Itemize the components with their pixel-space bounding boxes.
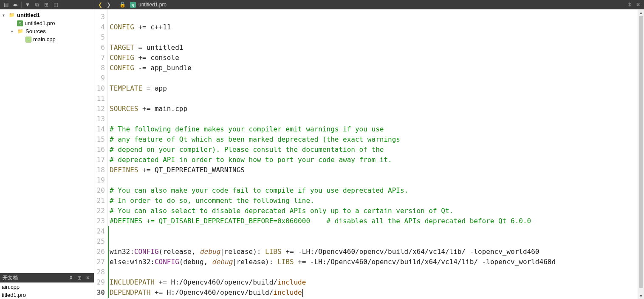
code-line[interactable]: # In order to do so, uncomment the follo… — [110, 196, 638, 206]
line-number: 7 — [94, 53, 105, 63]
line-number: 21 — [94, 196, 105, 206]
project-selector-icon[interactable]: ▤ — [3, 1, 9, 8]
lock-icon[interactable]: 🔓 — [119, 1, 126, 8]
code-line[interactable] — [110, 226, 638, 236]
code-line[interactable] — [110, 175, 638, 185]
line-number: 19 — [94, 175, 105, 185]
line-number: 22 — [94, 206, 105, 216]
editor-tab[interactable]: Q untitled1.pro — [127, 0, 169, 9]
line-number: 11 — [94, 94, 105, 104]
split-icon[interactable]: ◫ — [52, 1, 59, 8]
code-line[interactable]: # deprecated API in order to know how to… — [110, 155, 638, 165]
expand-icon[interactable]: ▾ — [3, 13, 7, 17]
toolbar: ▤ ◂▸ ▼ ⧉ ⊞ ◫ ❮ ❯ 🔓 Q untitled1.pro ⇕ ✕ — [0, 0, 644, 9]
line-number: 12 — [94, 104, 105, 114]
open-doc-item[interactable]: ain.cpp — [0, 283, 94, 291]
code-line[interactable]: # The following define makes your compil… — [110, 124, 638, 134]
line-number: 6 — [94, 43, 105, 53]
updown-icon[interactable]: ◂▸ — [12, 1, 19, 8]
line-number: 23 — [94, 216, 105, 226]
line-number: 4 — [94, 22, 105, 32]
tab-updown-icon[interactable]: ⇕ — [626, 1, 633, 8]
line-number: 5 — [94, 32, 105, 43]
code-line[interactable]: CONFIG -= app_bundle — [110, 63, 638, 73]
text-cursor — [302, 289, 303, 297]
folder-icon: 📁 — [8, 12, 15, 18]
add-icon[interactable]: ⊞ — [43, 1, 50, 8]
line-number: 30 — [94, 288, 105, 298]
code-line[interactable]: # any feature of Qt which as been marked… — [110, 134, 638, 145]
code-content[interactable]: CONFIG += c++11TARGET = untitled1CONFIG … — [108, 9, 638, 299]
sidebar: ▾ 📁 untitled1 Q untitled1.pro ▾ 📁 Source… — [0, 9, 94, 299]
qmake-file-icon: Q — [17, 20, 23, 26]
code-line[interactable]: DEPENDPATH += H:/Opencv460/opencv/build/… — [110, 288, 638, 298]
line-number: 14 — [94, 124, 105, 134]
code-editor[interactable]: 3456789101112131415161718192021222324252… — [94, 9, 644, 299]
code-line[interactable]: win32:CONFIG(release, debug|release): LI… — [110, 247, 638, 257]
open-doc-item[interactable]: titled1.pro — [0, 291, 94, 299]
close-tab-icon[interactable]: ✕ — [635, 1, 641, 8]
code-line[interactable] — [110, 114, 638, 124]
code-line[interactable]: TEMPLATE = app — [110, 83, 638, 94]
project-tree[interactable]: ▾ 📁 untitled1 Q untitled1.pro ▾ 📁 Source… — [0, 9, 94, 273]
code-line[interactable]: TARGET = untitled1 — [110, 43, 638, 53]
project-toolbar: ▤ ◂▸ ▼ ⧉ ⊞ ◫ — [0, 0, 94, 9]
code-line[interactable] — [110, 267, 638, 277]
code-line[interactable]: # You can also select to disable depreca… — [110, 206, 638, 216]
updown-icon[interactable]: ⇕ — [68, 274, 74, 281]
tree-root-label: untitled1 — [17, 12, 40, 18]
code-line[interactable] — [110, 32, 638, 43]
filter-icon[interactable]: ▼ — [24, 1, 31, 8]
vertical-scrollbar[interactable]: ▲ ▼ — [638, 9, 644, 299]
add-icon[interactable]: ⊞ — [76, 274, 83, 281]
code-line[interactable] — [110, 236, 638, 247]
code-line[interactable] — [110, 94, 638, 104]
code-line[interactable]: DEFINES += QT_DEPRECATED_WARNINGS — [110, 165, 638, 175]
code-line[interactable]: SOURCES += main.cpp — [110, 104, 638, 114]
code-line[interactable]: CONFIG += c++11 — [110, 22, 638, 32]
editor-tab-label: untitled1.pro — [138, 2, 167, 8]
line-number: 18 — [94, 165, 105, 175]
line-number-gutter: 3456789101112131415161718192021222324252… — [94, 9, 108, 299]
line-number: 25 — [94, 236, 105, 247]
editor-toolbar: ❮ ❯ 🔓 Q untitled1.pro ⇕ ✕ — [94, 0, 644, 9]
line-number: 8 — [94, 63, 105, 73]
scrollbar-thumb[interactable] — [639, 16, 643, 288]
open-documents-header: 开文档 ⇕ ⊞ ✕ — [0, 273, 94, 282]
scroll-down-icon[interactable]: ▼ — [638, 293, 644, 299]
code-line[interactable]: # You can also make your code fail to co… — [110, 185, 638, 196]
tree-pro-file[interactable]: Q untitled1.pro — [0, 19, 94, 27]
line-number: 26 — [94, 247, 105, 257]
tree-main-cpp[interactable]: c main.cpp — [0, 35, 94, 43]
open-documents-list[interactable]: ain.cpp titled1.pro — [0, 282, 94, 299]
line-number: 9 — [94, 73, 105, 83]
tree-root[interactable]: ▾ 📁 untitled1 — [0, 11, 94, 19]
code-line[interactable]: #DEFINES += QT_DISABLE_DEPRECATED_BEFORE… — [110, 216, 638, 226]
code-line[interactable] — [110, 73, 638, 83]
open-docs-title: 开文档 — [3, 274, 18, 282]
scroll-up-icon[interactable]: ▲ — [638, 9, 644, 16]
code-line[interactable]: CONFIG += console — [110, 53, 638, 63]
code-line[interactable]: else:win32:CONFIG(debug, debug|release):… — [110, 257, 638, 267]
line-number: 28 — [94, 267, 105, 277]
line-number: 15 — [94, 134, 105, 145]
line-number: 24 — [94, 226, 105, 236]
expand-icon[interactable]: ▾ — [11, 29, 15, 34]
line-number: 13 — [94, 114, 105, 124]
code-line[interactable]: INCLUDEPATH += H:/Opencv460/opencv/build… — [110, 277, 638, 288]
tree-sources-folder[interactable]: ▾ 📁 Sources — [0, 27, 94, 35]
tree-sources-label: Sources — [25, 28, 46, 34]
link-icon[interactable]: ⧉ — [34, 1, 40, 8]
line-number: 20 — [94, 185, 105, 196]
nav-forward-icon[interactable]: ❯ — [105, 1, 112, 8]
code-line[interactable] — [110, 12, 638, 22]
folder-icon: 📁 — [17, 28, 24, 34]
tree-main-cpp-label: main.cpp — [33, 36, 56, 43]
main-area: ▾ 📁 untitled1 Q untitled1.pro ▾ 📁 Source… — [0, 9, 644, 299]
nav-back-icon[interactable]: ❮ — [97, 1, 104, 8]
line-number: 27 — [94, 257, 105, 267]
close-icon[interactable]: ✕ — [85, 274, 91, 281]
code-line[interactable]: # depend on your compiler). Please consu… — [110, 145, 638, 155]
cpp-file-icon: c — [25, 37, 31, 43]
line-number: 17 — [94, 155, 105, 165]
